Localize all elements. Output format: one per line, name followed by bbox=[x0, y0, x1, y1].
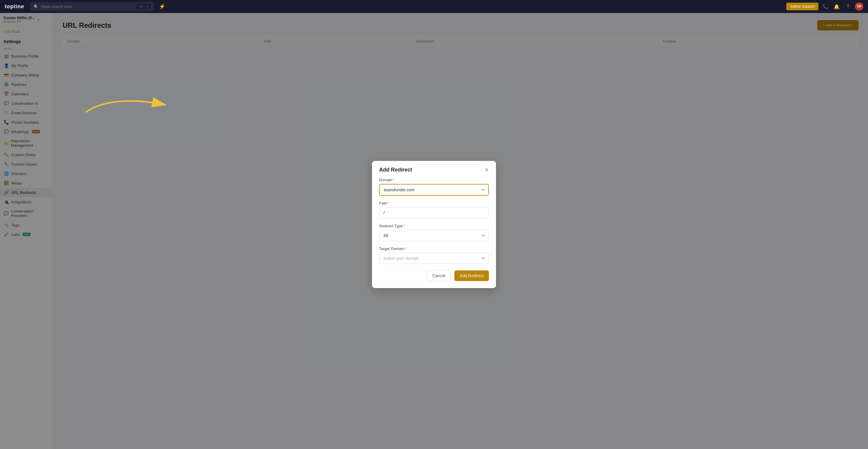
add-redirect-confirm-button[interactable]: Add Redirect bbox=[454, 270, 489, 281]
domain-required: * bbox=[393, 178, 395, 182]
modal-header: Add Redirect ✕ bbox=[372, 161, 496, 178]
navbar: topline 🔍 Ctrl + K ⚡ topline Support 📞 🔔… bbox=[0, 0, 868, 13]
domain-select[interactable]: teamdunder.com bbox=[379, 184, 489, 196]
arrow-annotation bbox=[77, 89, 177, 124]
close-button[interactable]: ✕ bbox=[485, 167, 489, 173]
modal-footer: Cancel Add Redirect bbox=[379, 269, 489, 281]
logo: topline bbox=[5, 4, 24, 10]
bell-icon[interactable]: 🔔 bbox=[833, 2, 841, 11]
redirect-type-select[interactable]: All bbox=[379, 230, 489, 241]
search-icon: 🔍 bbox=[34, 4, 38, 9]
target-domain-field-group: Target Domain* Select your domain bbox=[379, 247, 489, 264]
modal-overlay[interactable]: Add Redirect ✕ Domain* teamdunder.com Pa… bbox=[0, 0, 868, 449]
navbar-right: topline Support 📞 🔔 ? TP bbox=[786, 2, 863, 11]
target-domain-select[interactable]: Select your domain bbox=[379, 253, 489, 264]
add-redirect-modal: Add Redirect ✕ Domain* teamdunder.com Pa… bbox=[372, 161, 496, 288]
domain-field-group: Domain* teamdunder.com bbox=[379, 178, 489, 196]
modal-body: Domain* teamdunder.com Path* Redirect Ty… bbox=[372, 178, 496, 288]
cancel-button[interactable]: Cancel bbox=[427, 270, 451, 281]
search-input[interactable] bbox=[41, 4, 134, 9]
lightning-icon[interactable]: ⚡ bbox=[159, 3, 165, 10]
search-shortcut: Ctrl + K bbox=[137, 4, 151, 9]
redirect-type-field-group: Redirect Type* All bbox=[379, 224, 489, 241]
support-button[interactable]: topline Support bbox=[786, 3, 818, 10]
path-field-group: Path* bbox=[379, 201, 489, 219]
target-domain-required: * bbox=[405, 247, 406, 251]
search-bar[interactable]: 🔍 Ctrl + K bbox=[30, 2, 154, 11]
target-domain-label: Target Domain* bbox=[379, 247, 489, 251]
modal-title: Add Redirect bbox=[379, 167, 412, 173]
avatar[interactable]: TP bbox=[855, 2, 863, 11]
help-icon[interactable]: ? bbox=[844, 2, 852, 11]
domain-label: Domain* bbox=[379, 178, 489, 182]
path-required: * bbox=[388, 201, 389, 205]
phone-icon[interactable]: 📞 bbox=[822, 2, 830, 11]
path-input[interactable] bbox=[379, 207, 489, 219]
path-label: Path* bbox=[379, 201, 489, 205]
redirect-type-required: * bbox=[403, 224, 405, 228]
redirect-type-label: Redirect Type* bbox=[379, 224, 489, 228]
